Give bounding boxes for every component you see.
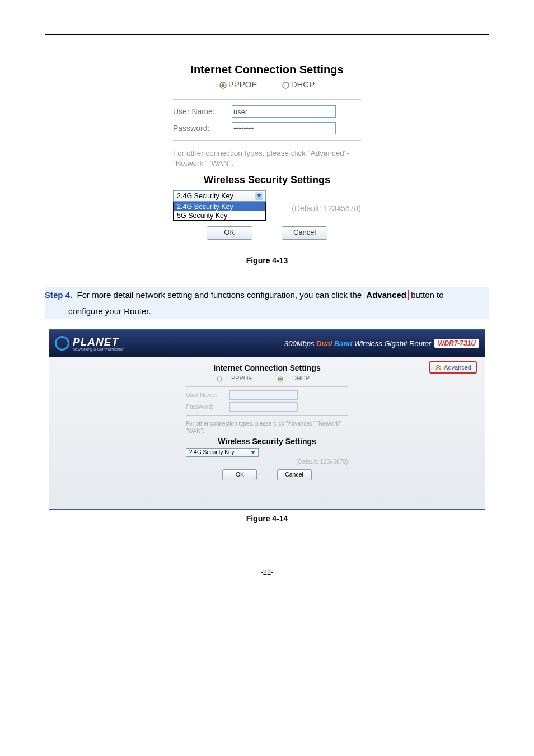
chevron-down-icon	[255, 192, 263, 200]
brand-tagline: Networking & Communication	[73, 347, 124, 351]
advanced-highlight: Advanced	[364, 290, 409, 300]
brand-logo: PLANET Networking & Communication	[55, 336, 124, 351]
dropdown-option-24g[interactable]: 2.4G Security Key	[174, 202, 265, 211]
radio-selected-icon	[219, 82, 227, 89]
model-badge: WDRT-731U	[434, 339, 479, 348]
figure-4-14-caption: Figure 4-14	[45, 514, 489, 523]
inner-username-input[interactable]	[229, 390, 298, 400]
inner-password-label: Password:	[186, 403, 229, 410]
button-row: OK Cancel	[173, 226, 361, 240]
radio-dhcp[interactable]: DHCP	[282, 80, 315, 89]
inner-radio-dhcp[interactable]: DHCP	[278, 375, 317, 381]
title-band: Band	[334, 339, 353, 348]
inner-password-row: Password:	[186, 402, 348, 412]
step-text-1: For more detail network setting and func…	[77, 290, 364, 300]
password-row: Password:	[173, 122, 361, 134]
inner-radio-pppoe[interactable]: PPPOE	[217, 375, 262, 381]
advanced-button-label: Advanced	[444, 364, 471, 371]
svg-point-2	[283, 82, 289, 88]
ok-button[interactable]: OK	[207, 226, 252, 240]
internet-connection-heading: Internet Connection Settings	[173, 63, 361, 76]
radio-selected-icon	[278, 376, 283, 382]
inner-button-row: OK Cancel	[186, 469, 348, 480]
settings-panel-figure-4-13: Internet Connection Settings PPPOE DHCP …	[158, 52, 376, 250]
top-divider	[45, 34, 489, 35]
username-input[interactable]	[232, 105, 336, 118]
router-page-figure-4-14: PLANET Networking & Communication 300Mbp…	[49, 329, 485, 510]
step-text-3: configure your Router.	[45, 304, 489, 320]
inner-help-text: For other connection types, please click…	[186, 420, 348, 435]
step-4-instruction: Step 4. For more detail network setting …	[45, 287, 489, 319]
inner-settings-panel: Internet Connection Settings PPPOE DHCP …	[186, 363, 348, 480]
brand-name: PLANET	[73, 336, 119, 348]
advanced-button[interactable]: Advanced	[429, 361, 477, 374]
radio-pppoe[interactable]: PPPOE	[219, 80, 257, 89]
router-body: Advanced Internet Connection Settings PP…	[49, 357, 485, 509]
header-title: 300Mbps Dual Band Wireless Gigabit Route…	[284, 339, 479, 348]
inner-conn-heading: Internet Connection Settings	[186, 363, 348, 372]
inner-security-select-value: 2.4G Security Key	[189, 449, 235, 455]
help-text: For other connection types, please click…	[173, 148, 361, 169]
username-label: User Name:	[173, 107, 232, 116]
security-key-dropdown-area: 2.4G Security Key 2.4G Security Key 5G S…	[173, 190, 361, 223]
cancel-button[interactable]: Cancel	[282, 226, 327, 240]
dropdown-option-5g[interactable]: 5G Security Key	[174, 211, 265, 220]
divider	[186, 415, 348, 416]
inner-wireless-heading: Wireless Security Settings	[186, 437, 348, 446]
svg-point-1	[221, 83, 224, 87]
inner-default-label: (Default: 12345678)	[186, 458, 348, 465]
logo-ring-icon	[55, 336, 69, 351]
router-header: PLANET Networking & Communication 300Mbp…	[49, 330, 485, 357]
title-rest: Wireless Gigabit Router	[354, 339, 431, 348]
inner-ok-button[interactable]: OK	[222, 469, 257, 480]
title-300mbps: 300Mbps	[284, 339, 314, 348]
radio-unselected-icon	[217, 376, 222, 382]
inner-radio-row: PPPOE DHCP	[186, 375, 348, 381]
radio-unselected-icon	[282, 82, 289, 89]
inner-pppoe-label: PPPOE	[231, 375, 252, 381]
inner-username-row: User Name:	[186, 390, 348, 400]
divider	[186, 386, 348, 387]
svg-point-5	[279, 377, 282, 380]
svg-point-3	[217, 377, 222, 381]
radio-pppoe-label: PPPOE	[228, 80, 257, 89]
page-number: -22-	[45, 568, 489, 576]
password-label: Password:	[173, 124, 232, 133]
inner-dhcp-label: DHCP	[292, 375, 310, 381]
default-key-label: (Default: 12345678)	[292, 204, 361, 213]
chevron-down-icon	[251, 451, 255, 454]
inner-security-select[interactable]: 2.4G Security Key	[186, 448, 259, 457]
divider	[173, 99, 361, 100]
wireless-security-heading: Wireless Security Settings	[173, 174, 361, 186]
step-label: Step 4.	[45, 290, 72, 300]
inner-username-label: User Name:	[186, 391, 229, 398]
title-dual: Dual	[316, 339, 332, 348]
divider	[173, 140, 361, 141]
advanced-icon	[435, 364, 442, 371]
radio-dhcp-label: DHCP	[291, 80, 315, 89]
password-input[interactable]	[232, 122, 336, 134]
security-key-select[interactable]: 2.4G Security Key	[173, 190, 266, 202]
inner-cancel-button[interactable]: Cancel	[277, 469, 312, 480]
figure-4-13-caption: Figure 4-13	[45, 256, 489, 265]
security-key-dropdown-list: 2.4G Security Key 5G Security Key	[173, 202, 266, 221]
username-row: User Name:	[173, 105, 361, 118]
inner-password-input[interactable]	[229, 402, 298, 412]
security-key-select-value: 2.4G Security Key	[177, 192, 233, 200]
step-text-2: button to	[409, 290, 444, 300]
connection-type-radios: PPPOE DHCP	[173, 80, 361, 89]
